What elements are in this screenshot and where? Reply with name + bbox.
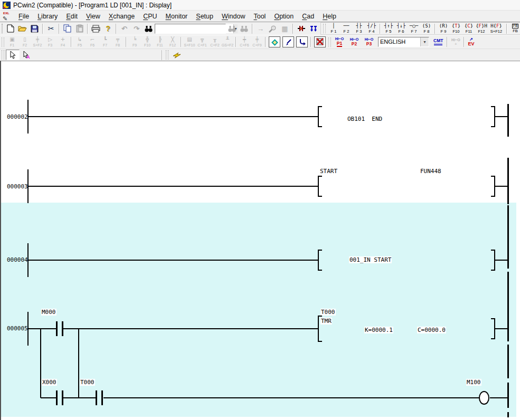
delete-grid-button[interactable]: [314, 36, 326, 47]
coil-label[interactable]: M100: [466, 379, 481, 386]
ladder-insert-sf12-button[interactable]: H{F}S+F12: [488, 24, 505, 34]
menu-cad[interactable]: Cad: [298, 12, 318, 21]
instruction-close-bracket[interactable]: [491, 176, 495, 197]
menu-monitor[interactable]: Monitor: [162, 12, 192, 21]
separator: [181, 37, 182, 47]
app-icon: [3, 2, 11, 9]
instruction-label[interactable]: START: [319, 168, 338, 175]
event-button[interactable]: ↗ EV: [468, 37, 474, 46]
draw-curve-button[interactable]: [296, 36, 308, 47]
monitor-p3-button[interactable]: H⊢OP3: [362, 37, 376, 46]
instruction-close-bracket[interactable]: [491, 106, 495, 127]
cut-button[interactable]: ✂: [45, 23, 57, 34]
menu-option[interactable]: Option: [270, 12, 298, 21]
menu-library[interactable]: Library: [33, 12, 62, 21]
instruction-text[interactable]: 001_IN START: [349, 256, 392, 263]
ladder-insert-f8-button[interactable]: (S)F 8: [420, 24, 433, 34]
menu-help[interactable]: Help: [318, 12, 341, 21]
menu-setup[interactable]: Setup: [192, 12, 218, 21]
ladder-insert-f5-button[interactable]: ┤↑├F 5: [382, 24, 395, 34]
copy-button[interactable]: [61, 23, 73, 34]
timer-device-label[interactable]: T000: [320, 309, 336, 316]
draw-cf6-button: ┿C+F6: [238, 37, 251, 47]
instruction-open-bracket[interactable]: [318, 250, 322, 271]
new-button[interactable]: [4, 23, 16, 34]
ladder-insert-f4-button[interactable]: ┤/├F 4: [365, 24, 378, 34]
separator: [447, 37, 448, 47]
rung-number: 000005: [6, 325, 29, 332]
select-cursor-button[interactable]: [6, 50, 20, 60]
save-button[interactable]: [29, 23, 41, 34]
ladder-insert-f12-button[interactable]: {F}HF12: [475, 24, 488, 34]
instruction-label[interactable]: FUN448: [420, 168, 442, 175]
ladder-insert-f7-button[interactable]: ─○─F 7: [408, 24, 420, 34]
timer-type-label[interactable]: TMR: [320, 318, 332, 324]
print-button[interactable]: [90, 23, 102, 34]
comment-button[interactable]: CMT: [433, 39, 443, 46]
ladder-document-icon[interactable]: EXL ✎: [2, 12, 13, 21]
toolbar-standard: ✂?↶↷ ▼ →▦ │F 1──F 2┤├F 3┤/├F 4┤↑├F 5┤↓├F…: [0, 22, 520, 35]
monitor-power-flow-button[interactable]: [295, 23, 307, 34]
rung-number: 000002: [6, 113, 29, 120]
contact-label[interactable]: T000: [80, 379, 95, 386]
menu-tool[interactable]: Tool: [249, 12, 270, 21]
cmt-label: CMT: [433, 39, 443, 43]
ladder-insert-f1-button[interactable]: │F 1: [327, 24, 340, 34]
coil-symbol[interactable]: [479, 391, 489, 405]
rung-wire: [27, 260, 318, 261]
instruction-close-bracket[interactable]: [491, 318, 495, 339]
ladder-insert-f9-button[interactable]: (R)F 9: [437, 24, 450, 34]
separator: [310, 37, 311, 47]
contact-label[interactable]: M000: [41, 309, 56, 316]
no-contact[interactable]: [101, 390, 103, 405]
separator: [87, 24, 88, 34]
right-power-rail: [507, 104, 509, 137]
find-button[interactable]: [143, 23, 155, 34]
instruction-close-bracket[interactable]: [491, 250, 495, 271]
ladder-insert-f6-button[interactable]: ┤↓├F 6: [395, 24, 408, 34]
contact-label[interactable]: X000: [42, 379, 57, 386]
no-contact[interactable]: [56, 390, 58, 405]
draw-f2-button: ▯F2: [18, 37, 31, 47]
ladder-insert-f2-button[interactable]: ──F 2: [340, 24, 353, 34]
monitor-p1-button[interactable]: H⊢OP1: [333, 37, 346, 47]
toolbar-gripper: [2, 37, 4, 47]
power-flow-button[interactable]: [170, 50, 184, 60]
instruction-open-bracket[interactable]: [318, 176, 322, 197]
language-combobox[interactable]: ENGLISH ▼: [378, 37, 429, 47]
open-button[interactable]: [16, 23, 29, 34]
pencil-icon: ✎: [3, 15, 7, 22]
ladder-insert-f3-button[interactable]: ┤├F 3: [353, 24, 365, 34]
no-contact[interactable]: [56, 321, 58, 336]
menu-window[interactable]: Window: [218, 12, 249, 21]
timer-current-value[interactable]: C=0000.0: [417, 327, 446, 333]
menu-xchange[interactable]: Xchange: [105, 12, 139, 21]
timer-preset-value[interactable]: K=0000.1: [364, 327, 393, 333]
ladder-insert-f11-button[interactable]: {C}F11: [462, 24, 475, 34]
search-combobox[interactable]: ▼: [155, 24, 226, 34]
cursor-a-icon: A: [23, 51, 30, 59]
ladder-editor[interactable]: 000002 OB101 END 000003 START FUN448 000…: [0, 61, 520, 420]
search-input[interactable]: [155, 24, 233, 33]
menu-edit[interactable]: Edit: [62, 12, 82, 21]
monitor-p2-button[interactable]: H⊢OP2: [347, 37, 361, 46]
text-cursor-button[interactable]: A: [20, 50, 33, 60]
right-power-rail: [507, 272, 509, 341]
push-down-button[interactable]: [307, 23, 319, 34]
draw-f8-button: ╤F8: [111, 37, 124, 47]
ladder-insert-fb-button[interactable]: FBFB: [509, 24, 520, 33]
menu-view[interactable]: View: [82, 12, 105, 21]
language-dropdown-arrow[interactable]: ▼: [420, 37, 429, 46]
menu-file[interactable]: File: [14, 12, 33, 21]
draw-line-button[interactable]: [282, 36, 294, 47]
help-button[interactable]: ?: [102, 23, 114, 34]
instruction-open-bracket[interactable]: [318, 106, 322, 127]
language-value: ENGLISH: [379, 37, 420, 46]
toolbar-gripper: [2, 24, 3, 33]
no-contact[interactable]: [96, 390, 97, 405]
insert-symbol-button[interactable]: [269, 36, 280, 47]
menu-cpu[interactable]: CPU: [139, 12, 161, 21]
paste-button: [73, 23, 86, 34]
ladder-insert-f10-button[interactable]: {T}F10: [450, 24, 462, 34]
instruction-text[interactable]: OB101 END: [347, 116, 383, 122]
